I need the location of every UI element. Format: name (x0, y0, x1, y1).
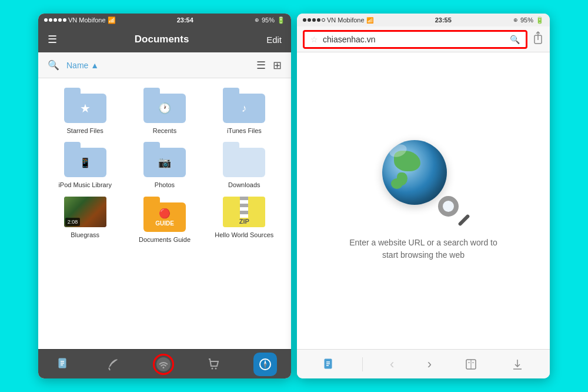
bottom-bar-left (38, 349, 291, 378)
file-label-zip: Hello World Sources (215, 231, 273, 239)
book-icon (465, 358, 477, 371)
wifi-icon-left: 📶 (108, 16, 116, 24)
file-item-photos[interactable]: 📷 Photos (127, 142, 202, 189)
share-icon-svg (532, 31, 544, 45)
browser-doc-icon (323, 358, 335, 371)
time-left: 23:54 (177, 16, 193, 24)
file-item-guide[interactable]: 🔴 GUIDE Documents Guide (127, 197, 202, 244)
dot2 (49, 18, 52, 22)
zip-lines (240, 197, 248, 218)
grid-view-icon[interactable]: ⊞ (273, 59, 282, 72)
nav-title: Documents (135, 34, 189, 45)
camera-symbol: 📷 (158, 156, 171, 169)
files-grid: ★ Starred Files 🕐 Recents (38, 78, 291, 349)
rdot2 (308, 18, 311, 22)
clock-symbol: 🕐 (158, 102, 171, 115)
battery-left: 95% (262, 16, 275, 24)
zip-label: ZIP (239, 218, 249, 225)
dot3 (54, 18, 57, 22)
battery-right: 95% (520, 16, 533, 24)
rdot5 (322, 18, 325, 22)
file-label-photos: Photos (155, 181, 175, 189)
rdot1 (303, 18, 306, 22)
search-icon[interactable]: 🔍 (48, 59, 59, 71)
svg-point-7 (215, 367, 217, 369)
music-symbol: ♪ (242, 102, 247, 115)
file-label-ipod: iPod Music Library (58, 181, 111, 189)
folder-downloads (223, 142, 265, 177)
time-right: 23:55 (435, 16, 452, 24)
share-icon[interactable] (532, 31, 544, 48)
globe-container (382, 140, 465, 222)
file-item-itunes[interactable]: ♪ iTunes Files (207, 88, 282, 135)
feather-btn[interactable] (102, 354, 123, 375)
signal-dots-right (303, 18, 325, 22)
list-view-icon[interactable]: ☰ (256, 59, 266, 72)
file-label-downloads: Downloads (228, 181, 260, 189)
file-item-zip[interactable]: ZIP Hello World Sources (207, 197, 282, 244)
carrier-left: VN Mobifone (68, 16, 106, 24)
sort-label: Name (66, 61, 88, 70)
folder-ipod: 📱 (64, 142, 106, 177)
browser-bookmarks-btn[interactable] (459, 356, 483, 373)
search-icon-browser[interactable]: 🔍 (510, 35, 520, 44)
file-label-guide: Documents Guide (139, 235, 191, 244)
bottom-bar-wrapper (38, 349, 291, 378)
download-icon (511, 358, 524, 371)
browser-hint: Enter a website URL or a search word to … (347, 237, 500, 261)
hamburger-icon[interactable]: ☰ (48, 33, 57, 46)
forward-icon: › (427, 357, 432, 372)
folder-itunes: ♪ (223, 88, 265, 123)
status-bar-right: VN Mobifone 📶 23:55 ⊕ 95% 🔋 (297, 14, 550, 26)
status-right-right: ⊕ 95% 🔋 (513, 16, 544, 24)
magnifier-glass (438, 196, 459, 217)
wifi-icon-right: 📶 (366, 17, 373, 24)
guide-label: GUIDE (155, 220, 174, 227)
sort-button[interactable]: Name ▲ (66, 61, 249, 70)
star-symbol: ★ (80, 101, 91, 115)
status-left: VN Mobifone 📶 (44, 16, 116, 24)
file-label-recents: Recents (153, 127, 176, 135)
toolbar-left: 🔍 Name ▲ ☰ ⊞ (38, 52, 291, 78)
back-icon: ‹ (390, 357, 394, 372)
sort-arrow: ▲ (91, 61, 99, 70)
file-item-bluegrass[interactable]: 2:08 Bluegrass (48, 197, 122, 244)
url-bar[interactable]: ☆ chiasenhac.vn 🔍 (303, 30, 527, 49)
file-item-downloads[interactable]: Downloads (207, 142, 282, 189)
file-item-recents[interactable]: 🕐 Recents (127, 88, 202, 135)
right-phone: VN Mobifone 📶 23:55 ⊕ 95% 🔋 ☆ chiasenhac… (297, 14, 550, 378)
wifi-btn[interactable] (152, 353, 175, 376)
nav-bar-left: ☰ Documents Edit (38, 26, 291, 52)
compass-btn[interactable] (253, 353, 277, 376)
zip-line-6 (240, 214, 248, 218)
cart-btn[interactable] (203, 354, 225, 375)
magnifier-stick (457, 214, 470, 226)
svg-point-5 (162, 367, 164, 368)
divider-1 (362, 357, 363, 371)
file-item-starred[interactable]: ★ Starred Files (48, 88, 122, 135)
url-text[interactable]: chiasenhac.vn (323, 35, 505, 44)
land-other (391, 178, 403, 189)
browser-back-btn[interactable]: ‹ (384, 354, 400, 374)
status-right-left: ⊕ 95% 🔋 (255, 16, 285, 24)
file-label-bluegrass: Bluegrass (71, 231, 99, 239)
folder-guide: 🔴 GUIDE (143, 197, 186, 232)
bookmark-icon: ☆ (310, 35, 318, 44)
browser-doc-btn[interactable] (317, 356, 340, 373)
rdot4 (317, 18, 320, 22)
cart-icon (207, 357, 221, 371)
browser-nav: ☆ chiasenhac.vn 🔍 (297, 26, 550, 52)
wifi-circle-icon (155, 356, 172, 373)
edit-button[interactable]: Edit (266, 35, 282, 45)
globe (382, 140, 447, 205)
zip-icon: ZIP (223, 197, 265, 227)
dot5 (63, 18, 66, 22)
document-icon (56, 357, 70, 371)
signal-dots (44, 18, 66, 22)
file-label-starred: Starred Files (66, 127, 103, 135)
file-item-ipod[interactable]: 📱 iPod Music Library (48, 142, 122, 189)
rdot3 (312, 18, 316, 22)
browser-download-btn[interactable] (505, 356, 530, 373)
document-btn[interactable] (52, 354, 74, 375)
browser-forward-btn[interactable]: › (422, 354, 437, 374)
